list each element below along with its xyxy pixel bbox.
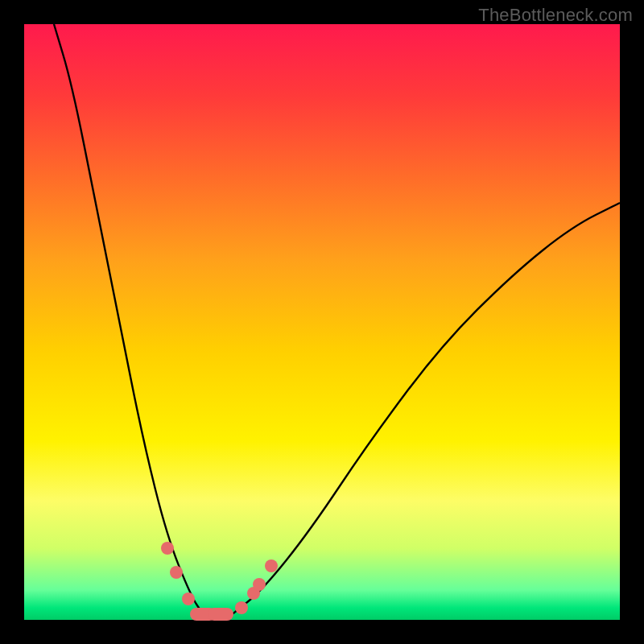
data-marker <box>265 559 278 572</box>
right-curve <box>233 203 620 614</box>
left-curve <box>54 24 203 614</box>
chart-frame: TheBottleneck.com <box>0 0 644 644</box>
data-marker <box>208 608 233 621</box>
data-marker <box>182 592 195 605</box>
data-marker <box>170 566 183 579</box>
data-marker <box>253 578 266 591</box>
plot-area <box>24 24 620 620</box>
curve-layer <box>24 24 620 620</box>
data-marker <box>235 601 248 614</box>
watermark-text: TheBottleneck.com <box>478 5 633 26</box>
data-marker <box>161 542 174 555</box>
